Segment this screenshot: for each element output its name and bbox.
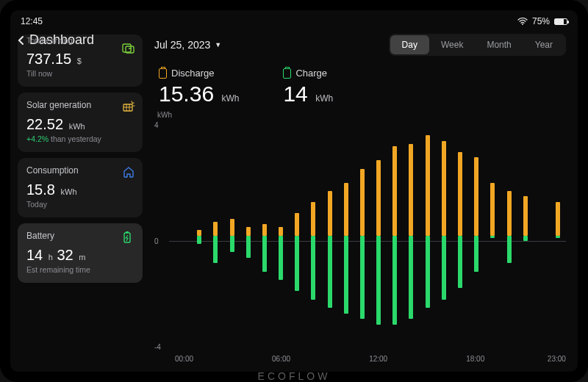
- charge-bar: [328, 236, 332, 308]
- wifi-icon: [517, 18, 528, 25]
- bar-slot[interactable]: [501, 124, 517, 347]
- bar-slot[interactable]: [191, 124, 207, 347]
- main-panel: Jul 25, 2023 ▼ Day Week Month Year Disch…: [148, 28, 578, 372]
- bar-slot[interactable]: [403, 124, 419, 347]
- solar-icon: [122, 100, 135, 113]
- battery-pct: 75%: [532, 16, 550, 26]
- discharge-bar: [295, 213, 299, 235]
- discharge-bar: [311, 202, 315, 235]
- svg-rect-5: [126, 231, 129, 233]
- charge-bar: [360, 236, 365, 320]
- charge-bar: [490, 236, 495, 239]
- bar-slot[interactable]: [224, 124, 240, 347]
- bar-slot[interactable]: [534, 124, 550, 347]
- sidebar: Dashboard Total earning 737.15 $ Till no…: [10, 28, 148, 372]
- discharge-bar: [458, 152, 462, 236]
- discharge-bar: [442, 141, 446, 236]
- charge-bar: [442, 236, 446, 300]
- charge-bar: [392, 236, 397, 325]
- charge-bar: [458, 236, 462, 289]
- bar-slot[interactable]: [322, 124, 338, 347]
- bar-slot[interactable]: [370, 124, 387, 347]
- discharge-bar: [213, 222, 218, 236]
- xtick: 12:00: [369, 355, 387, 363]
- seg-day[interactable]: Day: [390, 35, 429, 54]
- discharge-bar: [246, 227, 251, 235]
- discharge-bar: [230, 219, 234, 236]
- charge-bar: [311, 236, 315, 300]
- bar-slot[interactable]: [517, 124, 534, 347]
- bar-slot[interactable]: [175, 124, 191, 347]
- discharge-bar: [376, 160, 381, 235]
- xtick: 18:00: [466, 355, 484, 363]
- charge-bar: [295, 236, 299, 292]
- charge-bar: [507, 236, 512, 264]
- xtick: 00:00: [175, 355, 193, 363]
- charge-bar: [197, 236, 201, 244]
- metric-charge: Charge 14 kWh: [283, 68, 333, 107]
- discharge-bar: [474, 157, 478, 235]
- ytick: 0: [154, 237, 159, 245]
- bar-slot[interactable]: [420, 124, 436, 347]
- ytick: 4: [154, 121, 159, 129]
- discharge-bar: [426, 135, 430, 235]
- discharge-bar: [556, 202, 560, 235]
- bar-slot[interactable]: [436, 124, 452, 347]
- battery-discharge-icon: [159, 68, 167, 79]
- discharge-bar: [409, 144, 413, 236]
- clock: 12:45: [21, 16, 43, 26]
- bar-slot[interactable]: [354, 124, 370, 347]
- seg-year[interactable]: Year: [523, 35, 564, 54]
- discharge-bar: [279, 227, 283, 235]
- bar-slot[interactable]: [452, 124, 468, 347]
- xtick: 23:00: [548, 355, 566, 363]
- charge-bar: [246, 236, 251, 258]
- bar-slot[interactable]: [468, 124, 484, 347]
- bar-slot[interactable]: [207, 124, 223, 347]
- charge-bar: [474, 236, 478, 272]
- date-picker[interactable]: Jul 25, 2023 ▼: [154, 39, 221, 51]
- earning-icon: [122, 42, 135, 55]
- card-title: Total earning: [26, 36, 134, 45]
- sidebar-item-solar[interactable]: Solar generation 22.52 kWh +4.2% than ye…: [18, 93, 143, 152]
- energy-chart[interactable]: kWh 4 0 -4 00:0006:0012:0018:0023:00: [154, 114, 566, 367]
- charge-bar: [279, 236, 283, 281]
- charge-bar: [523, 236, 528, 242]
- charge-bar: [426, 236, 430, 308]
- sidebar-item-consumption[interactable]: Consumption 15.8 kWh Today: [18, 158, 143, 217]
- bar-slot[interactable]: [240, 124, 257, 347]
- sidebar-item-battery[interactable]: Battery 14 h 32 m Est remaining time: [18, 223, 143, 283]
- discharge-bar: [523, 196, 528, 235]
- discharge-bar: [328, 191, 332, 236]
- bar-slot[interactable]: [338, 124, 354, 347]
- home-icon: [122, 165, 135, 179]
- bar-slot[interactable]: [257, 124, 273, 347]
- charge-bar: [230, 236, 234, 253]
- discharge-bar: [507, 191, 512, 236]
- bar-slot[interactable]: [289, 124, 305, 347]
- charge-bar: [213, 236, 218, 264]
- discharge-bar: [197, 230, 201, 236]
- battery-icon: [554, 18, 567, 25]
- range-segmented: Day Week Month Year: [389, 34, 566, 56]
- discharge-bar: [360, 169, 365, 236]
- charge-bar: [409, 236, 413, 320]
- charge-bar: [376, 236, 381, 325]
- card-title: Battery: [26, 231, 134, 241]
- bar-slot[interactable]: [387, 124, 403, 347]
- bar-slot[interactable]: [305, 124, 321, 347]
- seg-week[interactable]: Week: [429, 35, 475, 54]
- discharge-bar: [344, 183, 348, 236]
- caret-down-icon: ▼: [215, 41, 221, 48]
- sidebar-item-earning[interactable]: Total earning 737.15 $ Till now: [18, 35, 143, 87]
- discharge-bar: [392, 146, 397, 235]
- charge-bar: [556, 236, 560, 239]
- bar-slot[interactable]: [484, 124, 501, 347]
- bar-slot[interactable]: [273, 124, 289, 347]
- ytick: -4: [154, 343, 161, 351]
- battery-charge-icon: [283, 68, 291, 79]
- discharge-bar: [262, 224, 267, 235]
- card-title: Consumption: [26, 165, 134, 176]
- bar-slot[interactable]: [550, 124, 566, 347]
- seg-month[interactable]: Month: [475, 35, 523, 54]
